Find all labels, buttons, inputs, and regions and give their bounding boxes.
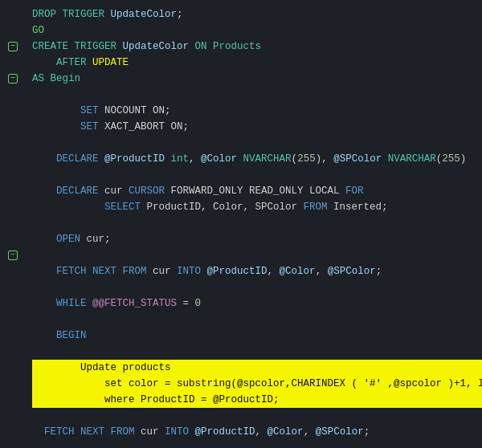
var-productid-2: @ProductID <box>207 263 268 279</box>
set-color-line: set color = substring(@spcolor,CHARINDEX… <box>104 376 482 392</box>
var-productid-3: @ProductID <box>195 424 255 440</box>
gutter-line-8 <box>0 119 26 135</box>
gutter-line-19 <box>0 295 26 312</box>
kw-set-2: SET <box>80 119 104 135</box>
indent-27 <box>32 424 44 440</box>
kw-after: AFTER <box>56 55 92 71</box>
fold-icon-24 <box>8 379 18 389</box>
indent-21 <box>32 328 56 344</box>
gutter-line-24 <box>0 376 26 392</box>
fold-icon-19 <box>8 299 18 308</box>
cur-1: cur <box>104 183 129 199</box>
comma-1: , <box>189 151 201 167</box>
kw-update: UPDATE <box>92 55 129 71</box>
var-color: @Color <box>201 151 243 167</box>
fold-icon-8 <box>8 122 18 132</box>
gutter-line-14 <box>0 215 26 231</box>
fold-icon-3[interactable]: − <box>8 42 18 51</box>
gutter-line-11 <box>0 167 26 183</box>
kw-begin: Begin <box>51 71 81 87</box>
code-line-27: FETCH NEXT FROM cur INTO @ProductID, @Co… <box>32 424 482 440</box>
fold-icon-13 <box>8 202 18 212</box>
code-line-24: set color = substring(@spcolor,CHARINDEX… <box>32 376 482 392</box>
cur-2: cur; <box>87 231 111 247</box>
trigger-name-2: UpdateColor <box>123 39 195 55</box>
code-line-11 <box>32 167 482 183</box>
var-productid: @ProductID <box>104 151 171 167</box>
paren-255-2: ( <box>436 151 443 167</box>
gutter-line-16[interactable]: − <box>0 247 26 263</box>
nocount: NOCOUNT ON; <box>104 103 171 119</box>
code-line-14 <box>32 215 482 231</box>
code-line-20 <box>32 312 482 328</box>
fold-icon-11 <box>8 170 18 180</box>
gutter-line-5[interactable]: − <box>0 71 26 87</box>
indent-4 <box>32 55 56 71</box>
code-line-5: AS Begin <box>32 71 482 87</box>
gutter-line-21 <box>0 328 26 344</box>
fold-icon-16[interactable]: − <box>8 250 18 260</box>
indent-15 <box>32 231 56 247</box>
cursor-opts: FORWARD_ONLY READ_ONLY LOCAL <box>171 183 346 199</box>
gutter-line-15 <box>0 231 26 247</box>
gutter-line-4 <box>0 55 26 71</box>
code-line-9 <box>32 135 482 151</box>
fold-icon-1 <box>8 10 18 19</box>
kw-trigger: TRIGGER <box>63 6 111 22</box>
num-255-2: 255 <box>442 151 460 167</box>
line-gutter: − − − <box>0 6 26 448</box>
fold-icon-15 <box>8 234 18 244</box>
fold-icon-20 <box>8 315 18 324</box>
gutter-line-25 <box>0 392 26 408</box>
fold-icon-25 <box>8 395 18 405</box>
gutter-line-2 <box>0 22 26 39</box>
comma-4: , <box>255 424 268 440</box>
fold-icon-23 <box>8 363 18 373</box>
where-line: where ProductID = @ProductID; <box>104 392 280 408</box>
var-spcolor: @SPColor <box>333 151 388 167</box>
kw-create: CREATE <box>32 39 75 55</box>
fold-icon-26 <box>8 411 18 421</box>
kw-select: SELECT <box>104 199 147 215</box>
code-line-26 <box>32 408 482 424</box>
fold-icon-5[interactable]: − <box>8 74 18 83</box>
code-line-13: SELECT ProductID, Color, SPColor FROM In… <box>32 199 482 215</box>
gutter-line-22 <box>0 344 26 360</box>
gutter-line-1 <box>0 6 26 22</box>
type-nvarchar-2: NVARCHAR <box>388 151 436 167</box>
fold-icon-14 <box>8 218 18 228</box>
code-line-1: DROP TRIGGER UpdateColor; <box>32 6 482 22</box>
comma-3: , <box>316 263 328 279</box>
code-line-19: WHILE @@FETCH_STATUS = 0 <box>32 295 482 312</box>
kw-declare-2: DECLARE <box>56 183 104 199</box>
comma-5: , <box>304 424 316 440</box>
cur-3: cur <box>153 263 177 279</box>
kw-set-1: SET <box>80 103 104 119</box>
gutter-line-17 <box>0 263 26 279</box>
gutter-line-26 <box>0 408 26 424</box>
gutter-line-9 <box>0 135 26 151</box>
code-line-6 <box>32 87 482 103</box>
var-spcolor-3: @SPColor <box>316 424 364 440</box>
num-255-1: 255 <box>297 151 316 167</box>
indent-25 <box>32 392 104 408</box>
code-line-28 <box>32 440 482 448</box>
table-inserted: Inserted; <box>333 199 388 215</box>
fold-icon-17 <box>8 267 18 276</box>
table-name: Products <box>213 39 261 55</box>
trigger-name-1: UpdateColor <box>111 6 178 22</box>
gutter-line-3[interactable]: − <box>0 39 26 55</box>
var-color-3: @Color <box>268 424 304 440</box>
kw-open: OPEN <box>56 231 87 247</box>
kw-into-1: INTO <box>177 263 207 279</box>
kw-into-2: INTO <box>165 424 195 440</box>
code-line-15: OPEN cur; <box>32 231 482 247</box>
semi-2: ; <box>376 263 382 279</box>
indent-10 <box>32 151 56 167</box>
cur-4: cur <box>141 424 165 440</box>
kw-cursor: CURSOR <box>129 183 171 199</box>
fold-icon-10 <box>8 154 18 164</box>
num-0: 0 <box>195 295 202 312</box>
code-content[interactable]: DROP TRIGGER UpdateColor; GO CREATE TRIG… <box>26 6 482 448</box>
fold-icon-18 <box>8 283 18 292</box>
